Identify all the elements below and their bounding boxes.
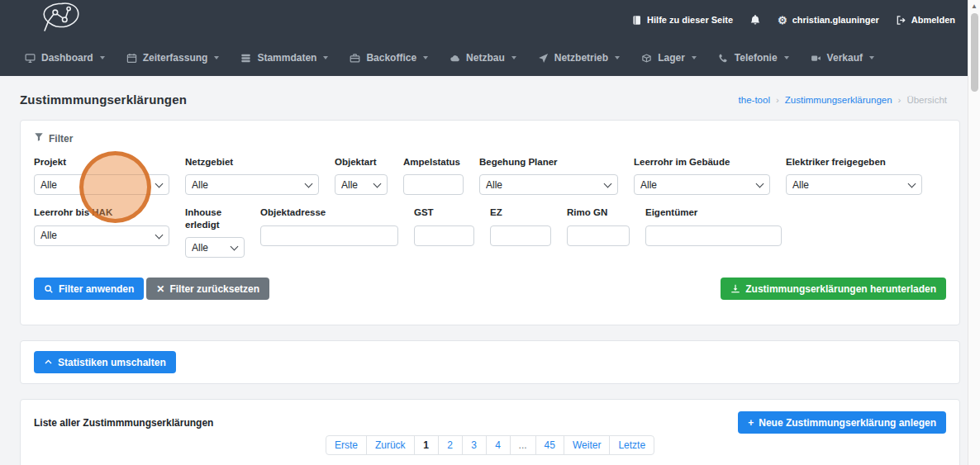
page-45[interactable]: 45 xyxy=(535,435,564,455)
help-book-icon xyxy=(632,15,642,26)
help-label: Hilfe zu dieser Seite xyxy=(647,15,733,25)
notifications-button[interactable] xyxy=(749,14,761,26)
breadcrumb-home[interactable]: the-tool xyxy=(739,95,770,105)
breadcrumb-separator xyxy=(892,95,907,105)
box-icon xyxy=(641,53,652,64)
list-title: Liste aller Zustimmmungserklärungen xyxy=(34,417,213,429)
filter-field-netzgebiet: Netzgebiet Alle xyxy=(185,156,319,195)
leerrohr-im-gebaeude-select[interactable]: Alle xyxy=(634,174,770,195)
page-ellipsis: ... xyxy=(510,435,536,455)
page-first[interactable]: Erste xyxy=(326,435,367,455)
calendar-icon xyxy=(126,53,137,64)
monitor-icon xyxy=(25,53,36,64)
filter-funnel-icon xyxy=(34,132,44,145)
rimo-gn-input[interactable] xyxy=(567,225,630,246)
application-window: Hilfe zu dieser Seite ⚙ christian.glauni… xyxy=(0,0,980,465)
chevron-down-icon xyxy=(869,56,874,59)
briefcase-icon xyxy=(350,53,360,64)
filter-field-leerrohr-hak: Leerrohr bis HAK Alle xyxy=(34,206,169,245)
bell-icon xyxy=(749,14,761,26)
new-declaration-button[interactable]: + Neue Zustimmungserklärung anlegen xyxy=(738,411,946,434)
leerrohr-bis-hak-select[interactable]: Alle xyxy=(34,225,169,246)
nav-item-verkauf[interactable]: Verkauf xyxy=(811,52,874,64)
chevron-down-icon xyxy=(323,56,328,59)
objektart-select[interactable]: Alle xyxy=(335,174,388,195)
scrollbar-thumb[interactable] xyxy=(971,13,978,92)
nav-item-dashboard[interactable]: Dashboard xyxy=(25,52,105,64)
filter-field-objektadresse: Objektadresse xyxy=(260,206,398,245)
app-logo[interactable] xyxy=(36,0,84,40)
ez-input[interactable] xyxy=(490,225,551,246)
server-stack-icon xyxy=(240,53,251,64)
vertical-scrollbar[interactable]: ▲ xyxy=(968,0,980,465)
breadcrumb-section[interactable]: Zustimmungserklärungen xyxy=(785,95,892,105)
chevron-down-icon xyxy=(692,56,697,59)
scrollbar-up-arrow[interactable]: ▲ xyxy=(968,0,980,12)
nav-item-lager[interactable]: Lager xyxy=(641,52,697,64)
chevron-down-icon xyxy=(100,56,105,59)
page-3[interactable]: 3 xyxy=(462,435,487,455)
filter-field-elektriker: Elektriker freigegeben Alle xyxy=(786,156,922,195)
page-next[interactable]: Weiter xyxy=(564,435,610,455)
page-2[interactable]: 2 xyxy=(438,435,463,455)
user-menu[interactable]: ⚙ christian.glauninger xyxy=(778,15,879,26)
nav-item-backoffice[interactable]: Backoffice xyxy=(350,52,428,64)
filter-field-rimo-gn: Rimo GN xyxy=(567,206,630,245)
gst-input[interactable] xyxy=(414,225,474,246)
chevron-up-icon xyxy=(44,358,53,367)
statistics-panel: Statistiken umschalten xyxy=(20,340,960,384)
download-declarations-button[interactable]: Zustimmungserklärungen herunterladen xyxy=(721,278,946,300)
topbar: Hilfe zu dieser Seite ⚙ christian.glauni… xyxy=(0,0,980,40)
nav-item-zeiterfassung[interactable]: Zeiterfassung xyxy=(126,52,220,64)
breadcrumb: the-tool Zustimmungserklärungen Übersich… xyxy=(739,95,947,105)
page-title: Zustimmmungserklärungen xyxy=(20,93,187,107)
filter-field-gst: GST xyxy=(414,206,474,245)
filter-panel-title: Filter xyxy=(49,133,73,145)
plus-icon: + xyxy=(748,418,754,428)
cloud-icon xyxy=(450,53,460,64)
nav-item-netzbetrieb[interactable]: Netzbetrieb xyxy=(538,52,620,64)
eigentuemer-input[interactable] xyxy=(645,225,782,246)
topbar-actions: Hilfe zu dieser Seite ⚙ christian.glauni… xyxy=(632,14,955,26)
breadcrumb-separator xyxy=(770,95,785,105)
netzgebiet-select[interactable]: Alle xyxy=(185,174,319,195)
logout-button[interactable]: Abmelden xyxy=(896,15,955,26)
username: christian.glauninger xyxy=(792,15,879,25)
chevron-down-icon xyxy=(511,56,516,59)
filter-apply-button[interactable]: Filter anwenden xyxy=(34,278,144,300)
elektriker-freigegeben-select[interactable]: Alle xyxy=(786,174,922,195)
main-navigation: Dashboard Zeiterfassung Stammdaten Backo… xyxy=(0,40,980,76)
chevron-down-icon xyxy=(615,56,620,59)
breadcrumb-current: Übersicht xyxy=(906,95,947,105)
nav-item-stammdaten[interactable]: Stammdaten xyxy=(240,52,328,64)
nav-item-telefonie[interactable]: Telefonie xyxy=(718,52,789,64)
pagination: Erste Zurück 1 2 3 4 ... 45 Weiter Letzt… xyxy=(326,435,654,455)
page-1[interactable]: 1 xyxy=(414,435,439,455)
page-last[interactable]: Letzte xyxy=(609,435,654,455)
filter-field-ez: EZ xyxy=(490,206,551,245)
plane-icon xyxy=(538,53,549,64)
page-prev[interactable]: Zurück xyxy=(366,435,415,455)
logout-icon xyxy=(896,15,906,26)
begehung-planer-select[interactable]: Alle xyxy=(479,174,618,195)
toggle-statistics-button[interactable]: Statistiken umschalten xyxy=(34,351,176,373)
projekt-select[interactable]: Alle xyxy=(34,174,169,195)
filter-field-leerrohr-gebaeude: Leerrohr im Gebäude Alle xyxy=(634,156,770,195)
gear-icon: ⚙ xyxy=(778,15,787,26)
nav-item-netzbau[interactable]: Netzbau xyxy=(450,52,516,64)
filter-field-projekt: Projekt Alle xyxy=(34,156,169,195)
filter-field-eigentuemer: Eigentümer xyxy=(645,206,782,245)
objektadresse-input[interactable] xyxy=(260,225,398,246)
filter-field-begehung-planer: Begehung Planer Alle xyxy=(479,156,618,195)
logo-doodle-icon xyxy=(36,0,84,40)
filter-panel: Filter Projekt Alle Netzgebiet Alle Obje… xyxy=(20,120,960,325)
declarations-list-panel: Liste aller Zustimmmungserklärungen + Ne… xyxy=(20,399,960,465)
page-4[interactable]: 4 xyxy=(486,435,511,455)
inhouse-erledigt-select[interactable]: Alle xyxy=(185,237,245,258)
help-link[interactable]: Hilfe zu dieser Seite xyxy=(632,15,733,26)
chevron-down-icon xyxy=(214,56,219,59)
ampelstatus-input[interactable] xyxy=(403,174,464,195)
chevron-down-icon xyxy=(423,56,428,59)
filter-reset-button[interactable]: ✕ Filter zurücksetzen xyxy=(146,278,269,300)
x-icon: ✕ xyxy=(156,284,164,294)
